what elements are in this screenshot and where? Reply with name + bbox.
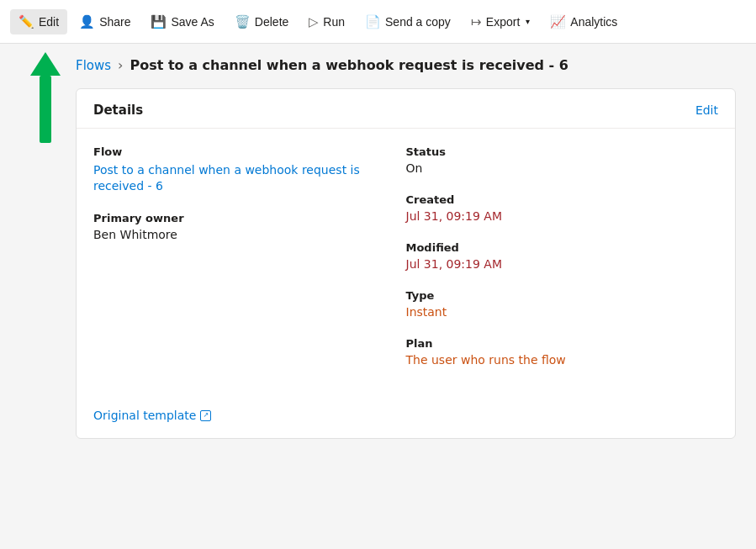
export-label: Export	[486, 15, 520, 29]
toolbar: ✏️ Edit 👤 Share 💾 Save As 🗑️ Delete ▷ Ru…	[0, 0, 756, 44]
details-left-column: Flow Post to a channel when a webhook re…	[93, 145, 406, 385]
type-value: Instant	[406, 305, 719, 319]
main-content: Details Edit Flow Post to a channel when…	[0, 82, 756, 452]
flow-label: Flow	[93, 145, 373, 158]
delete-icon: 🗑️	[235, 14, 251, 29]
details-right-column: Status On Created Jul 31, 09:19 AM Modif…	[406, 145, 719, 385]
type-label: Type	[406, 289, 719, 302]
delete-label: Delete	[255, 15, 288, 29]
type-field-group: Type Instant	[406, 289, 719, 319]
created-label: Created	[406, 193, 719, 206]
external-link-icon: ↗	[200, 410, 211, 421]
arrow-head	[30, 52, 61, 76]
details-edit-link[interactable]: Edit	[695, 103, 718, 117]
details-body: Flow Post to a channel when a webhook re…	[77, 129, 735, 399]
share-button[interactable]: 👤 Share	[71, 9, 139, 34]
share-label: Share	[99, 15, 130, 29]
status-label: Status	[406, 145, 719, 158]
run-label: Run	[323, 15, 345, 29]
send-copy-label: Send a copy	[385, 15, 451, 29]
breadcrumb-separator: ›	[118, 57, 123, 73]
export-icon: ↦	[471, 14, 482, 29]
analytics-icon: 📈	[550, 14, 566, 29]
save-as-button[interactable]: 💾 Save As	[142, 9, 222, 34]
breadcrumb-flows-link[interactable]: Flows	[76, 58, 111, 73]
primary-owner-value: Ben Whitmore	[93, 228, 373, 241]
edit-icon: ✏️	[19, 14, 34, 29]
save-as-icon: 💾	[151, 14, 167, 29]
flow-field-group: Flow Post to a channel when a webhook re…	[93, 145, 373, 193]
run-icon: ▷	[309, 14, 319, 29]
modified-field-group: Modified Jul 31, 09:19 AM	[406, 241, 719, 271]
primary-owner-field-group: Primary owner Ben Whitmore	[93, 212, 373, 241]
original-template-label: Original template	[93, 409, 196, 422]
details-section-title: Details	[93, 103, 143, 118]
breadcrumb-current-page: Post to a channel when a webhook request…	[130, 57, 568, 73]
created-field-group: Created Jul 31, 09:19 AM	[406, 193, 719, 223]
send-copy-icon: 📄	[365, 14, 381, 29]
share-icon: 👤	[79, 14, 95, 29]
plan-field-group: Plan The user who runs the flow	[406, 337, 719, 367]
created-value: Jul 31, 09:19 AM	[406, 209, 719, 223]
flow-value[interactable]: Post to a channel when a webhook request…	[93, 163, 360, 193]
export-button[interactable]: ↦ Export ▾	[463, 9, 538, 34]
save-as-label: Save As	[171, 15, 214, 29]
modified-value: Jul 31, 09:19 AM	[406, 257, 719, 271]
modified-label: Modified	[406, 241, 719, 254]
breadcrumb: Flows › Post to a channel when a webhook…	[0, 44, 756, 82]
status-field-group: Status On	[406, 145, 719, 175]
send-copy-button[interactable]: 📄 Send a copy	[357, 9, 459, 34]
run-button[interactable]: ▷ Run	[300, 9, 353, 34]
card-footer: Original template ↗	[77, 399, 735, 438]
primary-owner-label: Primary owner	[93, 212, 373, 224]
export-caret-icon: ▾	[526, 17, 530, 26]
edit-button[interactable]: ✏️ Edit	[10, 9, 67, 34]
details-card: Details Edit Flow Post to a channel when…	[76, 88, 736, 439]
analytics-button[interactable]: 📈 Analytics	[542, 9, 626, 34]
original-template-link[interactable]: Original template ↗	[93, 409, 211, 422]
delete-button[interactable]: 🗑️ Delete	[226, 9, 297, 34]
edit-label: Edit	[39, 15, 59, 29]
status-value: On	[406, 161, 719, 175]
plan-label: Plan	[406, 337, 719, 350]
details-header: Details Edit	[77, 89, 735, 129]
plan-value: The user who runs the flow	[406, 353, 719, 367]
analytics-label: Analytics	[570, 15, 617, 29]
